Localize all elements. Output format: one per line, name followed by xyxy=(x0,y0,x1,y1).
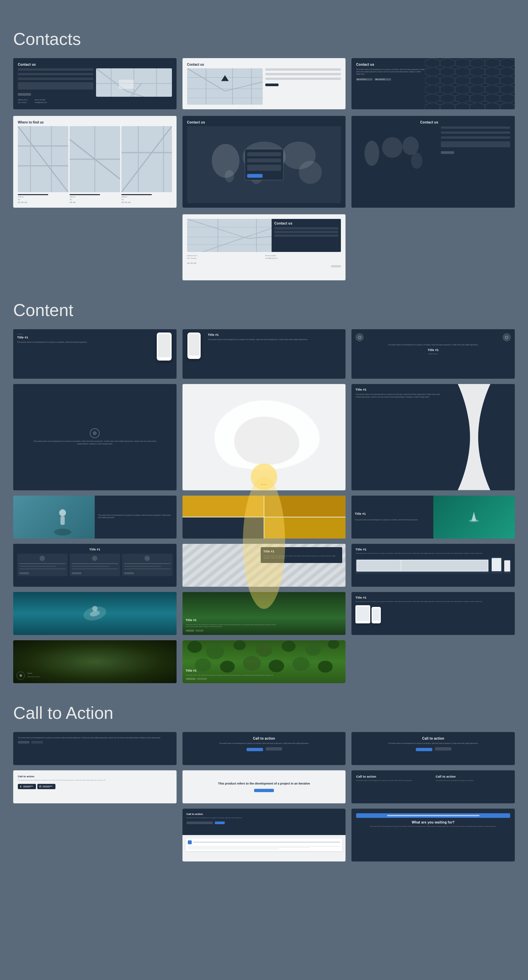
content-card-17: Title #1 This product refers to the deve… xyxy=(182,640,346,683)
content-section: Content Label text Title #1 This product… xyxy=(13,300,515,683)
svg-point-79 xyxy=(305,643,321,656)
cta-card-7: Call to action This product refers to th… xyxy=(182,809,346,861)
content-card-16: Search Placeholder text here xyxy=(13,640,176,683)
svg-point-76 xyxy=(233,640,246,650)
svg-point-75 xyxy=(206,644,224,659)
svg-point-77 xyxy=(256,644,272,657)
svg-point-74 xyxy=(187,641,202,653)
svg-point-78 xyxy=(282,641,295,652)
svg-point-83 xyxy=(243,656,261,671)
svg-point-80 xyxy=(328,640,339,649)
